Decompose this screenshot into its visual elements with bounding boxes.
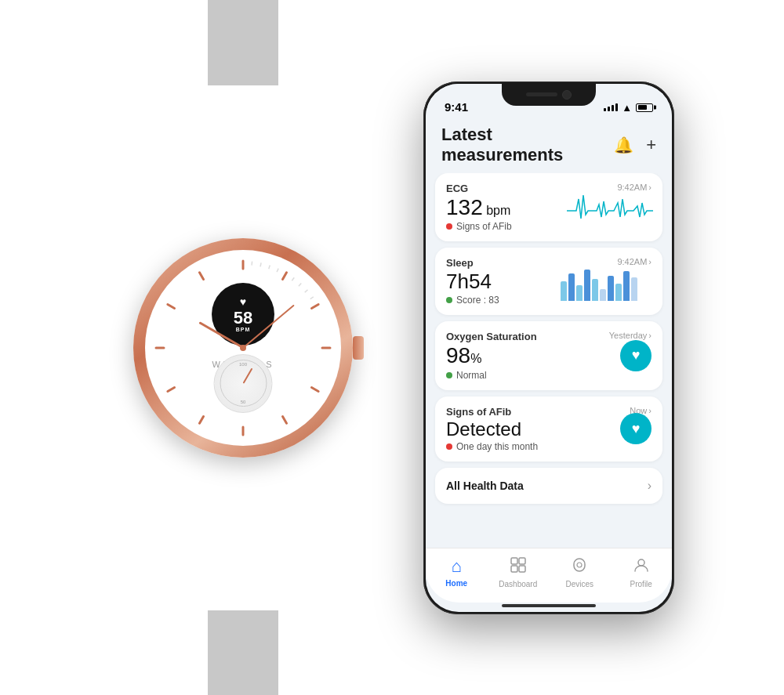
oxygen-timestamp: Yesterday ›	[609, 331, 652, 340]
sleep-metric-name: Sleep	[446, 257, 474, 269]
add-button[interactable]: +	[646, 135, 656, 155]
battery-fill	[638, 105, 648, 110]
sleep-bar-10	[631, 277, 637, 301]
profile-icon	[633, 556, 650, 577]
status-icons: ▲	[604, 102, 653, 114]
afib-heart-icon: ♥	[632, 421, 641, 437]
svg-rect-21	[519, 558, 525, 564]
bell-icon[interactable]: 🔔	[614, 136, 633, 154]
all-health-chevron-icon: ›	[648, 479, 652, 493]
sleep-status-text: Score : 83	[456, 295, 499, 306]
oxygen-metric-name: Oxygen Saturation	[446, 331, 537, 342]
oxygen-card[interactable]: Oxygen Saturation Yesterday › 98% Normal	[435, 321, 662, 390]
sleep-bar-8	[615, 284, 622, 301]
phone-screen: 9:41 ▲	[426, 84, 672, 612]
sleep-bar-7	[608, 276, 614, 301]
sleep-card[interactable]: Sleep 9:42AM › 7h54 Score : 83	[435, 248, 662, 315]
svg-point-25	[577, 563, 582, 567]
nav-profile[interactable]: Profile	[611, 556, 673, 588]
sleep-bar-1	[561, 281, 567, 301]
watch-strap-top	[208, 0, 278, 85]
nav-devices-label: Devices	[565, 580, 593, 588]
nav-dashboard-label: Dashboard	[499, 580, 537, 588]
sleep-bar-9	[623, 271, 630, 301]
status-time: 9:41	[445, 100, 468, 114]
all-health-label: All Health Data	[446, 480, 524, 492]
sleep-bar-5	[592, 279, 598, 301]
home-indicator	[502, 604, 596, 607]
phone-frame: 9:41 ▲	[423, 81, 674, 614]
sleep-status-dot	[446, 297, 452, 303]
dashboard-icon	[510, 556, 527, 577]
nav-profile-label: Profile	[630, 580, 652, 588]
afib-status-text: One day this month	[456, 441, 538, 452]
afib-metric-name: Signs of AFib	[446, 406, 511, 418]
notch-camera	[562, 90, 572, 100]
minute-hand	[242, 304, 294, 348]
app-header: Latest measurements 🔔 +	[426, 118, 672, 173]
ecg-status-text: Signs of AFib	[456, 221, 512, 232]
nav-devices[interactable]: Devices	[549, 556, 611, 588]
ecg-card[interactable]: ECG 9:42AM › 132 bpm Signs of AFib	[435, 173, 662, 242]
signal-bar-4	[615, 103, 618, 111]
ecg-chart	[567, 187, 653, 226]
bottom-nav: ⌂ Home Dashboard	[426, 548, 672, 603]
phone-container: 9:41 ▲	[423, 81, 674, 614]
afib-action-button[interactable]: ♥	[620, 413, 652, 444]
afib-status: One day this month	[446, 441, 652, 452]
svg-point-26	[638, 559, 644, 566]
sleep-chart-container	[561, 262, 655, 301]
wifi-icon: ▲	[622, 102, 632, 114]
oxygen-action-button[interactable]: ♥	[620, 340, 652, 371]
oxygen-card-top: Oxygen Saturation Yesterday ›	[446, 331, 652, 342]
all-health-row[interactable]: All Health Data ›	[435, 468, 662, 504]
signal-bar-2	[608, 107, 610, 111]
notch-speaker	[526, 92, 557, 96]
main-scene: ♥ 58 BPM WITHINGS	[0, 0, 784, 695]
watch-strap-bottom	[208, 610, 278, 696]
watch-hands	[145, 250, 341, 446]
oxygen-heart-icon: ♥	[632, 347, 641, 364]
watch-case: ♥ 58 BPM WITHINGS	[133, 238, 353, 458]
signal-bar-3	[612, 105, 614, 111]
oxygen-unit: %	[470, 352, 481, 365]
devices-icon	[571, 556, 588, 577]
signal-bar-1	[604, 108, 606, 111]
ecg-chart-container	[567, 187, 653, 226]
afib-card[interactable]: Signs of AFib Now › Detected One day thi…	[435, 396, 662, 462]
ecg-status-dot	[446, 223, 452, 230]
ecg-metric-name: ECG	[446, 183, 468, 194]
app-title: Latest measurements	[441, 125, 614, 165]
app-content: ECG 9:42AM › 132 bpm Signs of AFib	[426, 173, 672, 548]
oxygen-status-dot	[446, 372, 452, 378]
oxygen-status-text: Normal	[456, 370, 487, 381]
watch-face: ♥ 58 BPM WITHINGS	[145, 250, 341, 446]
svg-rect-20	[511, 558, 517, 564]
signal-bars	[604, 103, 618, 111]
ecg-unit: bpm	[483, 204, 511, 217]
sleep-bar-4	[584, 270, 590, 301]
home-icon: ⌂	[452, 556, 462, 577]
svg-rect-22	[511, 566, 517, 572]
svg-rect-23	[519, 566, 525, 572]
header-icons: 🔔 +	[614, 135, 656, 155]
sleep-bar-2	[568, 273, 575, 301]
sleep-bar-3	[576, 285, 583, 301]
watch-center-dot	[240, 345, 246, 351]
phone-notch	[502, 84, 596, 106]
svg-rect-24	[574, 559, 585, 571]
nav-home-label: Home	[445, 579, 467, 588]
nav-home[interactable]: ⌂ Home	[426, 556, 488, 588]
afib-card-top: Signs of AFib Now ›	[446, 406, 652, 418]
watch-crown	[353, 336, 364, 360]
sleep-bar-6	[600, 289, 606, 301]
watch-container: ♥ 58 BPM WITHINGS	[110, 74, 376, 622]
afib-status-dot	[446, 443, 452, 450]
hour-hand	[198, 321, 244, 349]
nav-dashboard[interactable]: Dashboard	[488, 556, 550, 588]
battery-icon	[636, 103, 653, 112]
oxygen-status: Normal	[446, 370, 652, 381]
